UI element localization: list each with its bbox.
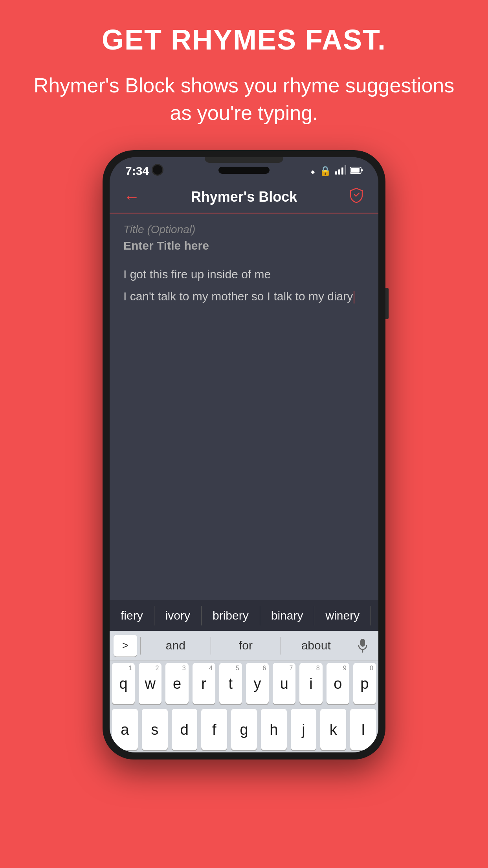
- svg-rect-6: [361, 169, 363, 171]
- phone-side-button: [385, 288, 389, 319]
- sub-headline: Rhymer's Block shows you rhyme suggestio…: [31, 72, 457, 127]
- wifi-icon: ⬥: [310, 166, 316, 177]
- text-cursor: [354, 291, 354, 303]
- key-e[interactable]: 3e: [165, 663, 188, 704]
- signal-bars: [335, 165, 346, 177]
- mic-button[interactable]: [351, 635, 374, 657]
- svg-rect-7: [360, 639, 365, 647]
- suggestion-about[interactable]: about: [281, 639, 351, 652]
- suggestion-expand-button[interactable]: >: [114, 635, 137, 657]
- rhyme-suggestions-bar: fiery ivory bribery binary winery: [110, 600, 378, 631]
- app-title: Rhymer's Block: [191, 189, 297, 205]
- rhyme-word-winery[interactable]: winery: [314, 600, 371, 631]
- title-input[interactable]: Enter Title here: [123, 239, 365, 252]
- key-g[interactable]: g: [231, 709, 257, 750]
- key-j[interactable]: j: [291, 709, 317, 750]
- key-f[interactable]: f: [201, 709, 227, 750]
- keyboard-suggestions: > and for about: [110, 631, 378, 660]
- app-bar: ← Rhymer's Block: [110, 181, 378, 213]
- lock-icon: 🔒: [319, 166, 331, 177]
- keyboard-row-1: 1q 2w 3e 4r 5t 6y 7u 8i 9o 0p: [110, 660, 378, 706]
- status-time: 7:34: [125, 164, 149, 178]
- phone-speaker: [218, 167, 270, 174]
- suggestion-and[interactable]: and: [141, 639, 211, 652]
- rhyme-word-fiery[interactable]: fiery: [110, 600, 154, 631]
- rhyme-word-ivory[interactable]: ivory: [154, 600, 201, 631]
- key-d[interactable]: d: [172, 709, 198, 750]
- phone-device: 7:34 ⬥ 🔒: [103, 150, 385, 760]
- svg-rect-5: [351, 168, 360, 173]
- key-a[interactable]: a: [112, 709, 138, 750]
- title-label: Title (Optional): [123, 223, 365, 236]
- phone-screen: 7:34 ⬥ 🔒: [110, 157, 378, 752]
- key-w[interactable]: 2w: [139, 663, 161, 704]
- editor-area[interactable]: Title (Optional) Enter Title here I got …: [110, 213, 378, 600]
- keyboard-row-2: a s d f g h j k l: [110, 706, 378, 752]
- key-s[interactable]: s: [142, 709, 168, 750]
- keyboard: > and for about: [110, 631, 378, 752]
- svg-rect-0: [335, 171, 337, 175]
- lyrics-line-1[interactable]: I got this fire up inside of me: [123, 264, 365, 284]
- shield-icon[interactable]: [348, 187, 365, 207]
- key-y[interactable]: 6y: [246, 663, 269, 704]
- svg-rect-2: [341, 167, 343, 175]
- key-r[interactable]: 4r: [193, 663, 215, 704]
- suggestion-for[interactable]: for: [211, 639, 281, 652]
- key-p[interactable]: 0p: [353, 663, 376, 704]
- main-headline: GET RHYMES FAST.: [31, 24, 457, 56]
- svg-rect-3: [345, 165, 346, 175]
- phone-wrapper: 7:34 ⬥ 🔒: [0, 150, 488, 760]
- rhyme-word-binary[interactable]: binary: [260, 600, 314, 631]
- key-l[interactable]: l: [350, 709, 376, 750]
- key-h[interactable]: h: [261, 709, 287, 750]
- key-i[interactable]: 8i: [299, 663, 322, 704]
- key-o[interactable]: 9o: [327, 663, 349, 704]
- key-t[interactable]: 5t: [219, 663, 242, 704]
- key-q[interactable]: 1q: [112, 663, 135, 704]
- rhyme-divider-5: [371, 606, 371, 625]
- key-u[interactable]: 7u: [273, 663, 295, 704]
- top-section: GET RHYMES FAST. Rhymer's Block shows yo…: [0, 0, 488, 142]
- status-icons: ⬥ 🔒: [310, 165, 363, 177]
- battery-icon: [350, 166, 363, 177]
- rhyme-word-bribery[interactable]: bribery: [202, 600, 260, 631]
- lyrics-line-2[interactable]: I can't talk to my mother so I talk to m…: [123, 286, 365, 306]
- back-button[interactable]: ←: [123, 188, 140, 206]
- key-k[interactable]: k: [320, 709, 346, 750]
- svg-rect-1: [338, 169, 340, 175]
